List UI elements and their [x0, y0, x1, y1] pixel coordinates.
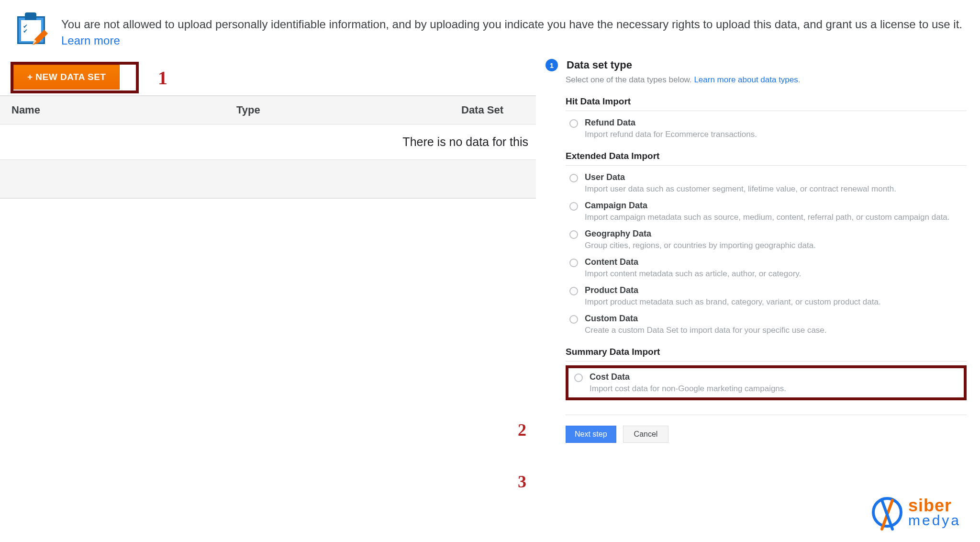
dataset-table: Name Type Data Set There is no data for …	[0, 96, 536, 199]
step-number-icon: 1	[546, 59, 558, 71]
option-content-data[interactable]: Content Data Import content metadata suc…	[566, 250, 967, 279]
notice-message: You are not allowed to upload personally…	[61, 18, 962, 31]
annotation-highlight-2: Cost Data Import cost data for non-Googl…	[566, 365, 967, 400]
step-sub-text: Select one of the data types below.	[566, 75, 694, 84]
opt-desc: Import user data such as customer segmen…	[585, 184, 896, 194]
opt-title: Geography Data	[585, 229, 816, 239]
learn-more-link[interactable]: Learn more	[61, 34, 120, 47]
empty-message: There is no data for this	[402, 135, 528, 149]
opt-desc: Import refund data for Ecommerce transac…	[585, 130, 757, 139]
section-title-extended: Extended Data Import	[566, 151, 659, 161]
option-cost-data[interactable]: Cost Data Import cost data for non-Googl…	[570, 371, 959, 394]
option-refund-data[interactable]: Refund Data Import refund data for Ecomm…	[566, 111, 967, 139]
dataset-list-panel: + NEW DATA SET 1 Name Type Data Set Ther…	[0, 59, 536, 199]
radio-refund-data[interactable]	[569, 119, 578, 128]
table-footer	[0, 160, 536, 198]
watermark-line2: medya	[908, 514, 961, 528]
radio-custom-data[interactable]	[569, 315, 578, 324]
watermark: siber medya	[872, 497, 961, 528]
opt-title: Refund Data	[585, 118, 757, 128]
section-title-hit: Hit Data Import	[566, 96, 631, 107]
notice-text: You are not allowed to upload personally…	[61, 13, 966, 48]
col-id: Data Set	[450, 96, 536, 124]
opt-title: Product Data	[585, 285, 881, 295]
opt-desc: Import product metadata such as brand, c…	[585, 297, 881, 307]
col-type: Type	[225, 96, 450, 124]
annotation-number-1: 1	[158, 67, 167, 89]
opt-title: User Data	[585, 172, 896, 182]
clipboard-icon: ✔ ✔	[14, 13, 48, 47]
annotation-number-3: 3	[518, 472, 526, 492]
radio-content-data[interactable]	[569, 259, 578, 267]
dataset-type-panel: 1 Data set type Select one of the data t…	[536, 59, 980, 443]
section-extended-data: Extended Data Import User Data Import us…	[566, 151, 967, 335]
col-name: Name	[0, 96, 225, 124]
table-body: There is no data for this	[0, 124, 536, 160]
section-title-summary: Summary Data Import	[566, 347, 660, 357]
opt-title: Cost Data	[590, 372, 786, 382]
option-geography-data[interactable]: Geography Data Group cities, regions, or…	[566, 222, 967, 250]
step-header: 1 Data set type	[546, 59, 967, 71]
radio-user-data[interactable]	[569, 174, 578, 182]
opt-title: Campaign Data	[585, 201, 950, 211]
learn-more-types-link[interactable]: Learn more about data types	[694, 75, 798, 84]
action-row: Next step Cancel	[566, 415, 967, 443]
watermark-text: siber medya	[908, 497, 961, 528]
opt-desc: Create a custom Data Set to import data …	[585, 326, 827, 335]
new-dataset-button[interactable]: + NEW DATA SET	[13, 65, 120, 90]
cancel-button[interactable]: Cancel	[623, 426, 669, 443]
option-user-data[interactable]: User Data Import user data such as custo…	[566, 166, 967, 194]
step-title: Data set type	[567, 59, 632, 71]
section-summary-data: Summary Data Import Cost Data Import cos…	[566, 347, 967, 400]
opt-desc: Import content metadata such as article,…	[585, 269, 801, 279]
radio-cost-data[interactable]	[574, 373, 583, 382]
option-custom-data[interactable]: Custom Data Create a custom Data Set to …	[566, 307, 967, 335]
annotation-number-2: 2	[518, 420, 526, 440]
opt-title: Custom Data	[585, 314, 827, 324]
option-campaign-data[interactable]: Campaign Data Import campaign metadata s…	[566, 194, 967, 222]
opt-title: Content Data	[585, 257, 801, 267]
option-product-data[interactable]: Product Data Import product metadata suc…	[566, 279, 967, 307]
radio-campaign-data[interactable]	[569, 202, 578, 211]
opt-desc: Import cost data for non-Google marketin…	[590, 384, 786, 394]
opt-desc: Import campaign metadata such as source,…	[585, 213, 950, 222]
watermark-line1: siber	[908, 497, 961, 514]
step-subtitle: Select one of the data types below. Lear…	[566, 75, 967, 85]
notice-bar: ✔ ✔ You are not allowed to upload person…	[0, 0, 980, 59]
radio-product-data[interactable]	[569, 287, 578, 295]
opt-desc: Group cities, regions, or countries by i…	[585, 241, 816, 250]
watermark-logo-icon	[872, 497, 902, 528]
next-step-button[interactable]: Next step	[566, 426, 616, 443]
radio-geography-data[interactable]	[569, 230, 578, 239]
section-hit-data: Hit Data Import Refund Data Import refun…	[566, 96, 967, 139]
table-header: Name Type Data Set	[0, 96, 536, 124]
